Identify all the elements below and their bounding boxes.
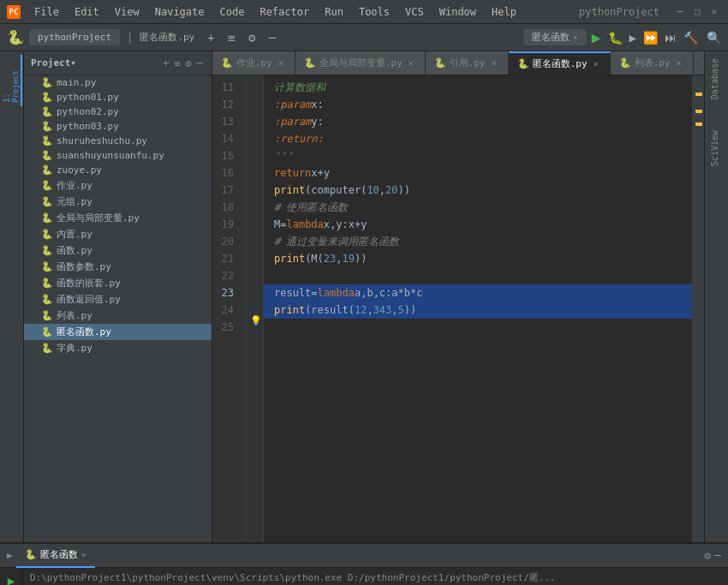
maximize-button[interactable]: □ bbox=[690, 5, 704, 19]
run-play-button[interactable]: ▶ bbox=[2, 571, 21, 585]
tab-liebiao[interactable]: 🐍 列表.py ✕ bbox=[611, 51, 694, 75]
code-editor[interactable]: 计算数据和 :param x: :param y: :return: ''' r bbox=[264, 75, 692, 542]
file-name: main.py bbox=[57, 77, 96, 88]
code-content: 计算数据和 bbox=[274, 79, 325, 96]
collapse-all-icon[interactable]: ≡ bbox=[172, 56, 182, 71]
file-liebiao-py[interactable]: 🐍 列表.py bbox=[24, 307, 212, 324]
code-content: ''' bbox=[274, 147, 293, 164]
project-panel-toggle[interactable]: 1: Project bbox=[2, 55, 22, 106]
var-name: M bbox=[274, 216, 280, 233]
run-icon: ▶ bbox=[7, 550, 13, 561]
settings-icon[interactable]: ⚙ bbox=[242, 28, 261, 47]
run-button[interactable]: ▶ bbox=[592, 28, 601, 46]
line-num-16: 16 bbox=[212, 164, 239, 182]
main-toolbar: 🐍 pythonProject | 匿名函数.py + ≡ ⚙ ─ 匿名函数 ▾… bbox=[0, 24, 728, 51]
panel-settings-icon[interactable]: ⚙ bbox=[184, 56, 194, 71]
run-settings-icon[interactable]: ⚙ bbox=[704, 549, 711, 562]
run-tab-mingminhanshu[interactable]: 🐍 匿名函数 ✕ bbox=[16, 544, 95, 568]
line-num-15: 15 bbox=[212, 147, 239, 164]
tab-yinyong[interactable]: 🐍 引用.py ✕ bbox=[426, 51, 509, 75]
code-line-17: print(computer(10,20)) bbox=[264, 182, 692, 199]
close-button[interactable]: ✕ bbox=[707, 5, 721, 19]
minimize-panel-icon[interactable]: ─ bbox=[263, 28, 282, 47]
warning-mark-3[interactable] bbox=[695, 122, 702, 126]
list-icon[interactable]: ≡ bbox=[222, 28, 241, 47]
warning-mark-1[interactable] bbox=[695, 93, 702, 96]
menu-bar: File Edit View Navigate Code Refactor Ru… bbox=[27, 4, 523, 20]
menu-navigate[interactable]: Navigate bbox=[148, 4, 212, 20]
menu-tools[interactable]: Tools bbox=[352, 4, 397, 20]
menu-view[interactable]: View bbox=[108, 4, 146, 20]
project-selector[interactable]: pythonProject bbox=[29, 29, 120, 45]
code-line-11: 计算数据和 bbox=[264, 79, 692, 96]
tab-close-icon[interactable]: ✕ bbox=[276, 57, 286, 69]
tab-close-icon[interactable]: ✕ bbox=[406, 57, 416, 69]
run-config-dropdown[interactable]: ▾ bbox=[573, 33, 578, 42]
tab-mingminhanshu[interactable]: 🐍 匿名函数.py ✕ bbox=[509, 51, 611, 75]
menu-help[interactable]: Help bbox=[485, 4, 523, 20]
minimize-button[interactable]: ─ bbox=[673, 5, 687, 19]
tab-extra[interactable]: テ ✕ bbox=[694, 51, 704, 75]
add-icon[interactable]: + bbox=[201, 28, 220, 47]
expand-all-icon[interactable]: + bbox=[161, 56, 170, 71]
profile-button[interactable]: ⏩ bbox=[643, 31, 658, 45]
warning-mark-2[interactable] bbox=[695, 110, 702, 113]
tab-quanjubianliang[interactable]: 🐍 全局与局部变量.py ✕ bbox=[295, 51, 426, 75]
line-num-25: 25 bbox=[212, 319, 239, 336]
menu-file[interactable]: File bbox=[27, 4, 66, 20]
tab-close-icon[interactable]: ✕ bbox=[674, 57, 684, 69]
build-button[interactable]: 🔨 bbox=[683, 31, 698, 45]
tab-close-icon[interactable]: ✕ bbox=[489, 57, 499, 69]
run-output-panel: D:\pythonProject1\pythonProject\venv\Scr… bbox=[23, 568, 728, 585]
return-keyword: :return: bbox=[274, 130, 324, 147]
file-python03-py[interactable]: 🐍 python03.py bbox=[24, 119, 212, 134]
menu-code[interactable]: Code bbox=[213, 4, 252, 20]
search-icon[interactable]: 🔍 bbox=[707, 31, 721, 45]
line-num-14: 14 bbox=[212, 130, 239, 147]
file-zuoye-zh-py[interactable]: 🐍 作业.py bbox=[24, 177, 212, 194]
menu-vcs[interactable]: VCS bbox=[398, 4, 431, 20]
database-panel-tab[interactable]: Database bbox=[705, 51, 728, 106]
hide-panel-icon[interactable]: ─ bbox=[195, 56, 205, 71]
run-command: D:\pythonProject1\pythonProject\venv\Scr… bbox=[30, 571, 721, 584]
concurrency-button[interactable]: ⏭ bbox=[665, 31, 677, 45]
sciview-label: SciView bbox=[710, 130, 719, 166]
file-zidian-py[interactable]: 🐍 字典.py bbox=[24, 340, 212, 356]
tab-file-icon: 🐍 bbox=[304, 57, 316, 69]
file-yuanzu-py[interactable]: 🐍 元组.py bbox=[24, 194, 212, 210]
menu-window[interactable]: Window bbox=[433, 4, 483, 20]
file-zuoye-py[interactable]: 🐍 zuoye.py bbox=[24, 163, 212, 177]
file-main-py[interactable]: 🐍 main.py bbox=[24, 75, 212, 90]
file-name: 全局与局部变量.py bbox=[57, 212, 140, 224]
code-line-23: result=lambda a,b,c:a*b*c bbox=[264, 284, 692, 301]
menu-edit[interactable]: Edit bbox=[68, 4, 106, 20]
code-content: (computer( bbox=[305, 182, 367, 199]
file-shuruheshuchu-py[interactable]: 🐍 shuruheshuchu.py bbox=[24, 134, 212, 148]
sciview-panel-tab[interactable]: SciView bbox=[705, 123, 728, 173]
code-content: (M( bbox=[305, 250, 324, 267]
file-mingminhanshu-py[interactable]: 🐍 匿名函数.py bbox=[24, 324, 212, 340]
file-hanshucanshu-py[interactable]: 🐍 函数参数.py bbox=[24, 259, 212, 275]
tab-zuoye[interactable]: 🐍 作业.py ✕ bbox=[212, 51, 295, 75]
run-layout: ▶ ▲ ▼ ■ ↩ 📌 D:\pythonProject1\pythonProj… bbox=[0, 568, 728, 585]
editor-tabs: 🐍 作业.py ✕ 🐍 全局与局部变量.py ✕ 🐍 引用.py ✕ 🐍 匿名函… bbox=[212, 51, 704, 75]
code-line-18: # 使用匿名函数 bbox=[264, 199, 692, 216]
code-line-20: # 通过变量来调用匿名函数 bbox=[264, 233, 692, 250]
file-python01-py[interactable]: 🐍 python01.py bbox=[24, 90, 212, 104]
code-content: , bbox=[367, 301, 373, 319]
run-close-icon[interactable]: ─ bbox=[714, 549, 721, 562]
debug-button[interactable]: 🐛 bbox=[608, 31, 623, 45]
tab-close-icon[interactable]: ✕ bbox=[591, 58, 601, 69]
file-suanshuyunsuanfu-py[interactable]: 🐍 suanshuyunsuanfu.py bbox=[24, 148, 212, 163]
file-python02-py[interactable]: 🐍 python02.py bbox=[24, 104, 212, 119]
file-name: python01.py bbox=[57, 92, 119, 103]
file-neizhi-py[interactable]: 🐍 内置.py bbox=[24, 226, 212, 242]
file-quanjubianliang-py[interactable]: 🐍 全局与局部变量.py bbox=[24, 210, 212, 226]
coverage-button[interactable]: ▶ bbox=[630, 31, 636, 45]
file-hanshufanhui-py[interactable]: 🐍 函数返回值.py bbox=[24, 291, 212, 307]
menu-refactor[interactable]: Refactor bbox=[253, 4, 316, 20]
file-hanshu-py[interactable]: 🐍 函数.py bbox=[24, 242, 212, 259]
menu-run[interactable]: Run bbox=[318, 4, 350, 20]
file-hanshuxiaotao-py[interactable]: 🐍 函数的嵌套.py bbox=[24, 275, 212, 291]
run-tab-close-icon[interactable]: ✕ bbox=[81, 550, 87, 559]
